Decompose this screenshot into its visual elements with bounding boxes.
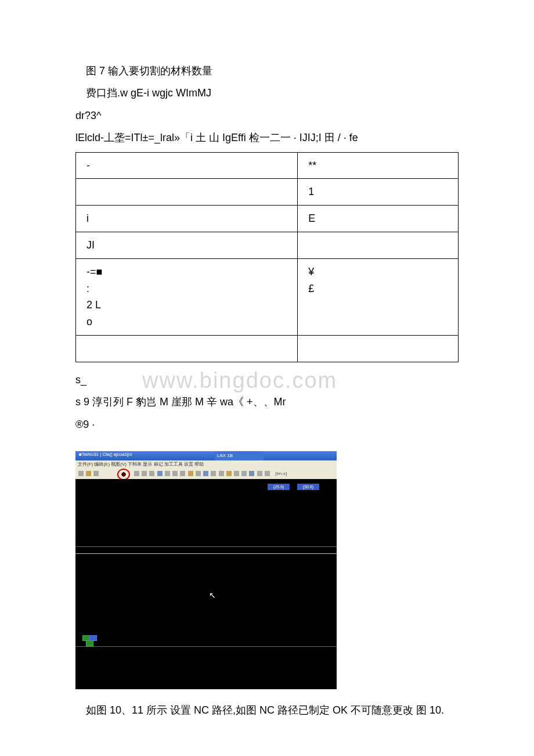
cell-line: -=■ <box>86 264 287 280</box>
tab-left[interactable]: (25.9) <box>268 484 290 490</box>
paragraph-line3: dr?3^ <box>75 106 459 125</box>
toolbar-icon[interactable] <box>203 471 208 476</box>
table-row: 1 <box>76 179 459 206</box>
paragraph-line4: lElcld-丄垄=ITl±=_lral»「i 土 山 IgEffi 检一二一 … <box>75 128 459 147</box>
origin-marker-icon <box>82 635 95 646</box>
paragraph-line6: s 9 淳引列 F 豹岂 M 崖那 M 辛 wa《 +、、Mr <box>75 393 459 411</box>
cell <box>76 335 298 362</box>
guideline-horizontal-yellow <box>75 553 337 554</box>
toolbar-icon[interactable] <box>93 471 99 476</box>
guideline-horizontal <box>75 546 337 547</box>
cell-merged-right: ¥ £ <box>298 258 459 335</box>
cell-line: ¥ <box>308 264 448 280</box>
toolbar-icon[interactable] <box>165 471 170 476</box>
toolbar-icon[interactable] <box>241 471 247 476</box>
toolbar-icon[interactable] <box>249 471 254 476</box>
toolbar-icon[interactable] <box>196 471 201 476</box>
table-row: i E <box>76 206 459 232</box>
table-row-merged: -=■ : 2 L o ¥ £ <box>76 258 459 335</box>
table-row: JI <box>76 232 459 258</box>
cell-line: o <box>86 314 287 330</box>
table-row-empty <box>76 335 459 362</box>
toolbar-icon[interactable] <box>234 471 239 476</box>
titlebar-center: LAX 1B <box>215 451 264 460</box>
toolbar-icon[interactable] <box>78 471 84 476</box>
paragraph-line7: ®9 · <box>75 415 459 434</box>
cell-line: £ <box>308 280 448 297</box>
toolbar-button-label[interactable]: [en-x] <box>275 471 287 476</box>
titlebar-text: ■TaWo31 | Cla(| ajcoa1[cr <box>79 452 132 457</box>
cell: JI <box>76 232 298 258</box>
toolbar-icon[interactable] <box>134 471 139 476</box>
toolbar-icon[interactable] <box>86 471 91 476</box>
paragraph-s: s_ <box>75 370 459 389</box>
guideline-horizontal <box>75 646 337 647</box>
cell: ** <box>298 152 459 179</box>
cell: E <box>298 206 459 232</box>
cell <box>76 179 298 206</box>
paragraph-figure10-11: 如图 10、11 所示 设置 NC 路径,如图 NC 路径已制定 OK 不可随意… <box>75 701 459 719</box>
toolbar-icon[interactable] <box>257 471 262 476</box>
toolbar-icon[interactable] <box>211 471 216 476</box>
toolbar-icon[interactable] <box>265 471 270 476</box>
cell <box>298 232 459 258</box>
toolbar-icon[interactable] <box>157 471 163 476</box>
paragraph-figure7: 图 7 输入要切割的材料数量 <box>75 62 459 80</box>
embedded-screenshot: ■TaWo31 | Cla(| ajcoa1[cr LAX 1B 文件(F) 编… <box>75 451 337 689</box>
menubar[interactable]: 文件(F) 编辑(E) 视图(V) 下料率 显示 标记 加工工具 设置 帮助 <box>75 460 337 469</box>
toolbar-icon[interactable] <box>180 471 185 476</box>
view-tabs: (25.9) (30.9) <box>263 480 319 491</box>
tab-right[interactable]: (30.9) <box>297 484 319 490</box>
cell-line: : <box>86 280 287 297</box>
play-icon[interactable] <box>142 471 147 476</box>
cell-merged-left: -=■ : 2 L o <box>76 258 298 335</box>
toolbar-icon[interactable] <box>219 471 224 476</box>
record-icon[interactable] <box>117 469 130 479</box>
toolbar-icon[interactable] <box>149 471 154 476</box>
cell-line: 2 L <box>86 297 287 314</box>
toolbar-icon[interactable] <box>172 471 178 476</box>
cell: 1 <box>298 179 459 206</box>
cell: i <box>76 206 298 232</box>
cursor-icon: ↖ <box>209 591 216 600</box>
toolbar-icon[interactable] <box>226 471 232 476</box>
cell: - <box>76 152 298 179</box>
table-row: - ** <box>76 152 459 179</box>
data-table: - ** 1 i E JI -=■ : 2 L o <box>75 152 459 362</box>
toolbar[interactable]: [en-x] <box>75 469 337 479</box>
cell <box>298 335 459 362</box>
paragraph-line2: 费口挡.w gE-i wgjc WImMJ <box>75 84 459 102</box>
toolbar-icon[interactable] <box>188 471 193 476</box>
